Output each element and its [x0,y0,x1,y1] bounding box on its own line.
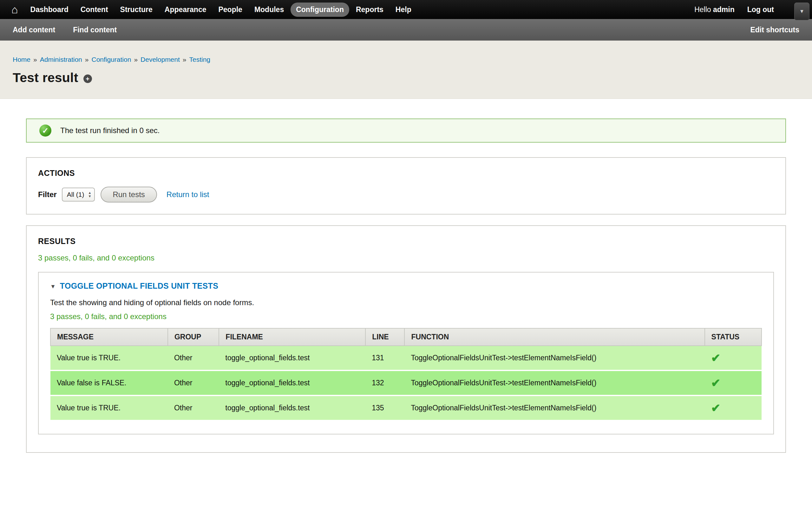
return-to-list-link[interactable]: Return to list [166,190,209,199]
breadcrumb-link-configuration[interactable]: Configuration [91,56,131,63]
column-header-line: LINE [365,328,404,346]
filter-row: Filter All (1) ▲ ▼ Run tests Return to l… [38,187,774,203]
plus-icon: + [86,76,90,82]
filter-select-value: All (1) [67,191,84,199]
results-table-header-row: MESSAGEGROUPFILENAMELINEFUNCTIONSTATUS [50,328,762,346]
run-tests-button[interactable]: Run tests [101,187,157,203]
collapse-arrow-icon: ▼ [50,284,56,289]
logout-link[interactable]: Log out [747,5,774,14]
shortcut-bar: Add contentFind content Edit shortcuts [0,19,812,41]
cell-function: ToggleOptionalFieldsUnitTest->testElemen… [404,346,705,371]
toolbar-item-reports[interactable]: Reports [351,3,389,17]
edit-shortcuts-link[interactable]: Edit shortcuts [750,26,799,34]
test-group-description: Test the showing and hiding of optional … [50,298,762,307]
add-shortcut-icon[interactable]: + [84,74,92,83]
table-row: Value false is FALSE.Othertoggle_optiona… [50,371,762,395]
status-pass-icon: ✔ [705,395,762,420]
title-row: Test result + [13,70,799,85]
toolbar-item-help[interactable]: Help [390,3,417,17]
main-content: ✓ The test run finished in 0 sec. ACTION… [0,118,812,453]
toolbar-item-dashboard[interactable]: Dashboard [25,3,74,17]
test-group-fieldset: ▼ TOGGLE OPTIONAL FIELDS UNIT TESTS Test… [38,272,774,435]
column-header-status: STATUS [705,328,762,346]
breadcrumb-link-administration[interactable]: Administration [40,56,82,63]
toolbar-item-appearance[interactable]: Appearance [159,3,212,17]
cell-group: Other [168,371,219,395]
toolbar-item-content[interactable]: Content [75,3,113,17]
results-table-body: Value true is TRUE.Othertoggle_optional_… [50,346,762,420]
arrow-down-icon: ▼ [88,194,92,198]
table-row: Value true is TRUE.Othertoggle_optional_… [50,395,762,420]
table-row: Value true is TRUE.Othertoggle_optional_… [50,346,762,371]
breadcrumb-link-testing[interactable]: Testing [189,56,211,63]
toolbar-item-modules[interactable]: Modules [249,3,289,17]
page-header: Home»Administration»Configuration»Develo… [0,41,812,99]
results-fieldset: RESULTS 3 passes, 0 fails, and 0 excepti… [26,225,786,453]
breadcrumb-separator: » [33,56,37,63]
cell-filename: toggle_optional_fields.test [219,346,365,371]
test-group-summary: 3 passes, 0 fails, and 0 exceptions [50,312,762,321]
breadcrumb: Home»Administration»Configuration»Develo… [13,56,799,63]
cell-filename: toggle_optional_fields.test [219,395,365,420]
actions-fieldset: ACTIONS Filter All (1) ▲ ▼ Run tests Ret… [26,157,786,215]
results-summary: 3 passes, 0 fails, and 0 exceptions [38,253,774,262]
toolbar-item-configuration[interactable]: Configuration [291,3,349,17]
test-group-title: TOGGLE OPTIONAL FIELDS UNIT TESTS [60,281,218,291]
breadcrumb-link-home[interactable]: Home [13,56,31,63]
home-icon[interactable]: ⌂ [11,4,18,15]
username: admin [713,5,734,14]
column-header-function: FUNCTION [404,328,705,346]
status-message-text: The test run finished in 0 sec. [60,126,160,135]
shortcut-links: Add contentFind content [13,26,117,34]
column-header-filename: FILENAME [219,328,365,346]
shortcut-find-content[interactable]: Find content [73,26,117,34]
chevron-down-icon: ▼ [799,9,804,14]
column-header-group: GROUP [168,328,219,346]
toolbar-menu: DashboardContentStructureAppearancePeopl… [24,3,417,17]
cell-message: Value false is FALSE. [50,371,168,395]
success-check-icon: ✓ [39,124,51,136]
filter-label: Filter [38,190,57,199]
breadcrumb-separator: » [134,56,138,63]
check-icon: ✓ [42,126,49,135]
cell-line: 132 [365,371,404,395]
toolbar-item-people[interactable]: People [213,3,247,17]
admin-toolbar: ⌂ DashboardContentStructureAppearancePeo… [0,0,812,19]
cell-function: ToggleOptionalFieldsUnitTest->testElemen… [404,395,705,420]
cell-group: Other [168,346,219,371]
status-pass-icon: ✔ [705,371,762,395]
cell-function: ToggleOptionalFieldsUnitTest->testElemen… [404,371,705,395]
breadcrumb-separator: » [85,56,89,63]
cell-filename: toggle_optional_fields.test [219,371,365,395]
breadcrumb-separator: » [183,56,187,63]
toolbar-toggle-button[interactable]: ▼ [794,3,809,20]
shortcut-add-content[interactable]: Add content [13,26,55,34]
cell-line: 131 [365,346,404,371]
status-pass-icon: ✔ [705,346,762,371]
column-header-message: MESSAGE [50,328,168,346]
cell-message: Value true is TRUE. [50,346,168,371]
filter-select[interactable]: All (1) ▲ ▼ [62,187,95,202]
actions-legend: ACTIONS [38,169,774,178]
page-title: Test result [13,70,78,85]
results-legend: RESULTS [38,237,774,246]
results-table: MESSAGEGROUPFILENAMELINEFUNCTIONSTATUS V… [50,328,762,421]
cell-group: Other [168,395,219,420]
toolbar-item-structure[interactable]: Structure [115,3,158,17]
test-group-legend[interactable]: ▼ TOGGLE OPTIONAL FIELDS UNIT TESTS [50,281,762,291]
cell-message: Value true is TRUE. [50,395,168,420]
greeting: Hello admin [694,5,734,14]
status-message: ✓ The test run finished in 0 sec. [26,118,786,143]
breadcrumb-link-development[interactable]: Development [141,56,180,63]
greeting-prefix: Hello [694,5,711,14]
select-arrows-icon: ▲ ▼ [88,191,92,198]
toolbar-account-area: Hello admin Log out [694,5,774,14]
cell-line: 135 [365,395,404,420]
